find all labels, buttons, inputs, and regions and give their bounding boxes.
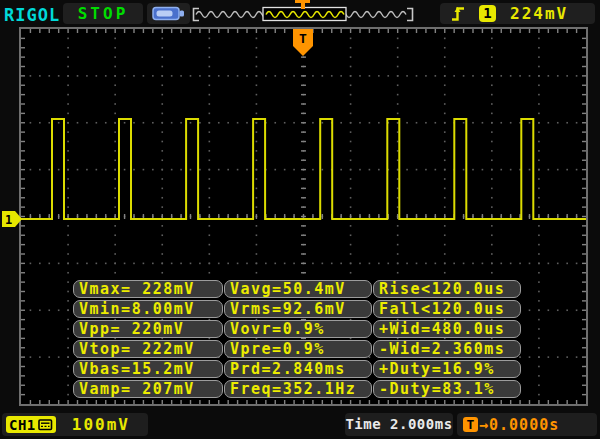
trigger-info: 1 224mV: [440, 3, 595, 24]
measurement-cell: Fall<120.0us: [373, 300, 521, 318]
trigger-source-badge: 1: [479, 5, 496, 22]
measurement-cell: Vmax= 228mV: [73, 280, 223, 298]
channel-1-badge: CH1: [6, 416, 56, 433]
measurement-cell: -Duty=83.1%: [373, 380, 521, 398]
measurement-row: Vtop= 222mVVpre=0.9%-Wid=2.360ms: [73, 340, 522, 358]
channel-status[interactable]: CH1 100mV: [2, 413, 148, 436]
measurement-cell: Vrms=92.6mV: [224, 300, 372, 318]
measurement-cell: Vmin=8.00mV: [73, 300, 223, 318]
measurement-cell: Vpre=0.9%: [224, 340, 372, 358]
hpos-trigger-marker[interactable]: [295, 0, 310, 9]
measurement-row: Vbas=15.2mVPrd=2.840ms+Duty=16.9%: [73, 360, 522, 378]
timebase-readout: Time 2.000ms: [345, 413, 453, 436]
rising-edge-icon: [450, 4, 467, 23]
measurement-cell: Prd=2.840ms: [224, 360, 372, 378]
battery-indicator: [147, 3, 190, 24]
trigger-level-readout: 224mV: [510, 4, 568, 23]
battery-icon: [152, 5, 186, 22]
measurement-panel: Vmax= 228mVVavg=50.4mVRise<120.0usVmin=8…: [73, 280, 522, 400]
trigger-offset-readout: T →0.0000s: [457, 413, 597, 436]
measurement-row: Vpp= 220mVVovr=0.9%+Wid=480.0us: [73, 320, 522, 338]
measurement-cell: Vbas=15.2mV: [73, 360, 223, 378]
measurement-cell: Vpp= 220mV: [73, 320, 223, 338]
vertical-scale-readout: 100mV: [72, 415, 130, 434]
measurement-cell: -Wid=2.360ms: [373, 340, 521, 358]
measurement-cell: +Wid=480.0us: [373, 320, 521, 338]
trigger-offset-badge: T: [463, 417, 478, 432]
measurement-cell: Vavg=50.4mV: [224, 280, 372, 298]
measurement-cell: Freq=352.1Hz: [224, 380, 372, 398]
channel-label: CH1: [9, 417, 36, 433]
svg-text:1: 1: [5, 213, 12, 227]
oscilloscope-screen: RIGOL STOP 1 224mV T 1 Vmax= 228mVVavg=5…: [0, 0, 600, 439]
measurement-cell: Rise<120.0us: [373, 280, 521, 298]
channel-1-marker[interactable]: 1: [2, 211, 23, 227]
svg-text:T: T: [299, 31, 307, 46]
measurement-row: Vamp= 207mVFreq=352.1Hz-Duty=83.1%: [73, 380, 522, 398]
rigol-logo: RIGOL: [4, 5, 60, 25]
trigger-offset-value: →0.0000s: [479, 416, 559, 434]
measurement-cell: Vamp= 207mV: [73, 380, 223, 398]
dc-coupling-icon: [38, 419, 53, 431]
measurement-cell: Vovr=0.9%: [224, 320, 372, 338]
measurement-cell: +Duty=16.9%: [373, 360, 521, 378]
measurement-row: Vmax= 228mVVavg=50.4mVRise<120.0us: [73, 280, 522, 298]
measurement-cell: Vtop= 222mV: [73, 340, 223, 358]
run-state-indicator: STOP: [63, 3, 143, 24]
measurement-row: Vmin=8.00mVVrms=92.6mVFall<120.0us: [73, 300, 522, 318]
